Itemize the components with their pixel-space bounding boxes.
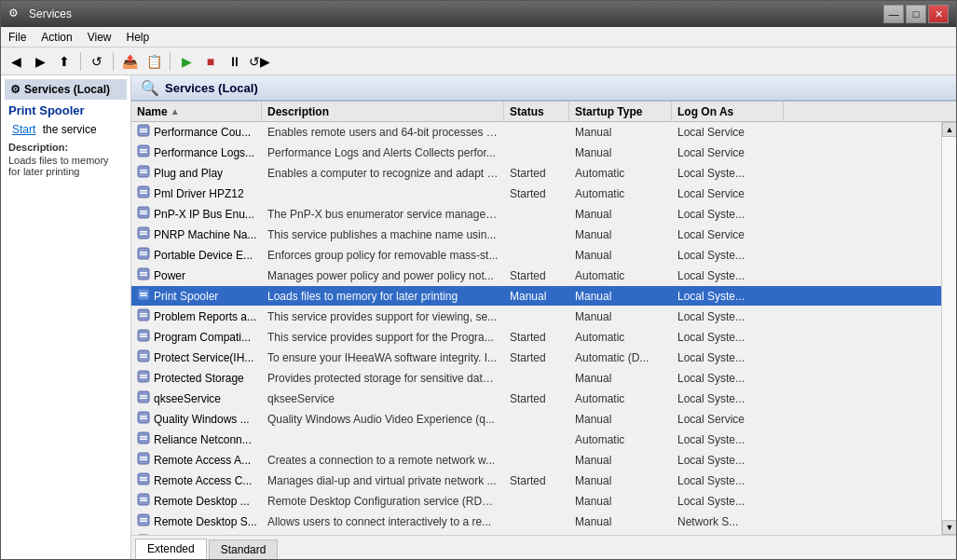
cell-desc: This service publishes a machine name us… bbox=[262, 226, 504, 243]
play-button[interactable]: ▶ bbox=[175, 50, 198, 73]
stop-button[interactable]: ■ bbox=[199, 50, 222, 73]
col-header-startup[interactable]: Startup Type bbox=[569, 102, 672, 121]
cell-startup: Manual bbox=[569, 513, 672, 530]
col-header-name[interactable]: Name ▲ bbox=[131, 102, 262, 121]
back-button[interactable]: ◀ bbox=[5, 50, 27, 73]
cell-startup: Manual bbox=[569, 411, 672, 428]
table-row[interactable]: Protected Storage Provides protected sto… bbox=[131, 368, 941, 389]
table-row[interactable]: Pml Driver HPZ12 Started Automatic Local… bbox=[131, 184, 941, 204]
svg-rect-48 bbox=[138, 453, 149, 464]
services-table: Name ▲ Description Status Startup Type L… bbox=[131, 102, 956, 535]
minimize-button[interactable]: — bbox=[883, 5, 904, 23]
svg-rect-28 bbox=[140, 313, 147, 315]
col-header-logon[interactable]: Log On As bbox=[672, 102, 784, 121]
scroll-up-button[interactable]: ▲ bbox=[942, 122, 956, 137]
cell-startup: Manual bbox=[569, 493, 672, 510]
cell-startup: Manual bbox=[569, 144, 672, 161]
cell-name: Remote Access A... bbox=[131, 450, 262, 470]
table-row[interactable]: Print Spooler Loads files to memory for … bbox=[131, 286, 941, 307]
table-row[interactable]: Remote Desktop S... Allows users to conn… bbox=[131, 512, 941, 532]
table-header: Name ▲ Description Status Startup Type L… bbox=[131, 102, 956, 122]
table-row[interactable]: Remote Desktop ... Remote Desktop Config… bbox=[131, 491, 941, 512]
table-row[interactable]: Remote Access A... Creates a connection … bbox=[131, 450, 941, 471]
properties-button[interactable]: 📋 bbox=[143, 50, 165, 73]
svg-rect-36 bbox=[138, 371, 149, 382]
svg-rect-49 bbox=[140, 457, 147, 458]
svg-rect-13 bbox=[140, 211, 147, 212]
table-row[interactable]: PNRP Machine Na... This service publishe… bbox=[131, 225, 941, 245]
pause-button[interactable]: ⏸ bbox=[224, 50, 246, 73]
col-header-desc[interactable]: Description bbox=[262, 102, 504, 121]
scroll-down-button[interactable]: ▼ bbox=[942, 520, 956, 535]
table-row[interactable]: Program Compati... This service provides… bbox=[131, 327, 941, 348]
menu-view[interactable]: View bbox=[80, 29, 119, 46]
forward-button[interactable]: ▶ bbox=[29, 50, 51, 73]
table-row[interactable]: Remote Access C... Manages dial-up and v… bbox=[131, 471, 941, 491]
table-row[interactable]: Reliance Netconn... Automatic Local Syst… bbox=[131, 430, 941, 450]
cell-name: Protect Service(IH... bbox=[131, 348, 262, 367]
svg-rect-58 bbox=[140, 518, 147, 520]
cell-desc: This service provides support for viewin… bbox=[262, 308, 504, 325]
right-header-icon: 🔍 bbox=[141, 79, 159, 97]
cell-desc: Allows users to connect interactively to… bbox=[262, 513, 504, 530]
table-row[interactable]: Portable Device E... Enforces group poli… bbox=[131, 245, 941, 266]
cell-logon: Local Service bbox=[672, 411, 784, 428]
cell-name: Power bbox=[131, 266, 262, 285]
menu-action[interactable]: Action bbox=[34, 29, 79, 46]
cell-logon: Local Syste... bbox=[672, 431, 784, 448]
svg-rect-24 bbox=[138, 289, 149, 300]
table-row[interactable]: Power Manages power policy and power pol… bbox=[131, 266, 941, 286]
bottom-tabs: Extended Standard bbox=[131, 535, 956, 559]
table-row[interactable]: Plug and Play Enables a computer to reco… bbox=[131, 163, 941, 184]
cell-desc: Quality Windows Audio Video Experience (… bbox=[262, 411, 504, 428]
window-title: Services bbox=[29, 7, 72, 20]
cell-startup: Automatic bbox=[569, 165, 672, 182]
refresh-button[interactable]: ↺ bbox=[86, 50, 108, 73]
menu-file[interactable]: File bbox=[1, 29, 34, 46]
menu-help[interactable]: Help bbox=[119, 29, 157, 46]
cell-startup: Automatic bbox=[569, 185, 672, 202]
tab-extended[interactable]: Extended bbox=[135, 539, 207, 559]
row-icon bbox=[137, 452, 150, 468]
maximize-button[interactable]: □ bbox=[906, 5, 926, 23]
table-row[interactable]: Remote Desktop S... Allows the redirecti… bbox=[131, 532, 941, 535]
restart-button[interactable]: ↺▶ bbox=[248, 50, 270, 73]
table-row[interactable]: qkseeService qkseeService Started Automa… bbox=[131, 389, 941, 409]
svg-rect-6 bbox=[138, 166, 149, 177]
row-icon bbox=[137, 308, 150, 324]
toolbar-separator-1 bbox=[80, 52, 81, 71]
svg-rect-37 bbox=[140, 375, 147, 376]
cell-name: Portable Device E... bbox=[131, 245, 262, 265]
close-button[interactable]: ✕ bbox=[928, 5, 949, 23]
cell-status: Manual bbox=[504, 288, 569, 305]
cell-desc: Loads files to memory for later printing bbox=[262, 288, 504, 305]
cell-logon: Local Service bbox=[672, 124, 784, 141]
tab-standard[interactable]: Standard bbox=[209, 540, 279, 559]
table-row[interactable]: Quality Windows ... Quality Windows Audi… bbox=[131, 409, 941, 430]
svg-rect-38 bbox=[140, 377, 147, 379]
table-row[interactable]: Protect Service(IH... To ensure your IHe… bbox=[131, 348, 941, 368]
table-row[interactable]: PnP-X IP Bus Enu... The PnP-X bus enumer… bbox=[131, 204, 941, 225]
svg-rect-11 bbox=[140, 193, 147, 195]
table-row[interactable]: Performance Logs... Performance Logs and… bbox=[131, 143, 941, 163]
scroll-track[interactable] bbox=[942, 137, 956, 520]
table-row[interactable]: Problem Reports a... This service provid… bbox=[131, 307, 941, 327]
cell-status: Started bbox=[504, 329, 569, 346]
cell-desc bbox=[262, 438, 504, 442]
start-link[interactable]: Start bbox=[8, 123, 39, 136]
svg-rect-57 bbox=[138, 514, 149, 526]
cell-startup: Automatic bbox=[569, 329, 672, 346]
cell-status: Started bbox=[504, 267, 569, 284]
cell-name: Pml Driver HPZ12 bbox=[131, 184, 262, 203]
row-icon bbox=[137, 493, 150, 509]
cell-status: Started bbox=[504, 185, 569, 202]
row-icon bbox=[137, 472, 150, 488]
export-button[interactable]: 📤 bbox=[118, 50, 141, 73]
col-header-status[interactable]: Status bbox=[504, 102, 569, 121]
up-button[interactable]: ⬆ bbox=[53, 50, 75, 73]
cell-logon: Local Syste... bbox=[672, 308, 784, 325]
row-icon bbox=[137, 513, 150, 529]
title-bar: ⚙ Services — □ ✕ bbox=[1, 1, 956, 27]
scrollbar[interactable]: ▲ ▼ bbox=[941, 122, 956, 535]
table-row[interactable]: Performance Cou... Enables remote users … bbox=[131, 122, 941, 143]
